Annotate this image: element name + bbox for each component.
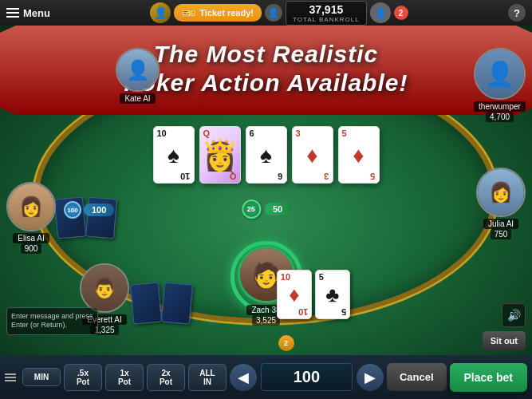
list-icon-button[interactable] [5,373,16,381]
therwumper-name-tag: therwumper [474,101,526,112]
bet-control: ◀ 100 ▶ [230,363,384,391]
one-pot-label: 1xPot [118,369,131,386]
therwumper-chips: 4,700 [486,112,514,122]
elisa-bet-display: 100 [84,203,114,216]
bottom-action-bar: MIN .5xPot 1xPot 2xPot ALLIN ◀ 100 ▶ Can… [0,355,532,399]
help-button[interactable]: ? [508,4,526,22]
avatar-julia: 👩 [476,168,526,217]
min-button[interactable]: MIN [22,368,61,386]
seat-top-left: 👤 Kate AI [116,48,160,104]
everett-card-back-1 [130,282,162,325]
avatar-kate: 👤 [116,48,160,92]
bet-increase-button[interactable]: ▶ [357,364,384,391]
bankroll-box: 37,915 TOTAL BANKROLL [286,1,367,26]
players-count-label: 25 / 50 [6,48,63,57]
seat-elisa: 👩 Elisa AI 900 [6,182,56,254]
chat-input-placeholder[interactable]: Enter message and press Enter (or Return… [11,312,93,330]
game-type-label: TEXAS HO... [6,28,63,39]
elisa-bet-area: 100 100 [64,201,114,219]
bankroll-amount: 37,915 [293,3,360,16]
zach-chips: 3,525 [252,315,280,326]
julia-name-tag: Julia AI [483,219,518,229]
main-player-cards: 10 ♦ 10 5 ♣ 5 [277,270,350,319]
main-card-2: 5 ♣ 5 [315,270,350,319]
bankroll-label: TOTAL BANKROLL [293,16,360,23]
all-in-label: ALLIN [199,369,215,386]
avatar-everett: 👨 [80,263,129,313]
dealer-button: 2 [278,335,294,351]
community-card-5: 5 ♦ 5 [338,126,380,184]
pot-chip: 25 [242,200,261,219]
bet-decrease-button[interactable]: ◀ [230,364,257,391]
community-card-2: 👸 Q Q [199,126,241,184]
one-pot-button[interactable]: 1xPot [105,364,144,391]
ticket-ready-badge[interactable]: 🎫 Ticket ready! [174,4,262,22]
kate-name-tag: Kate AI [120,93,155,104]
user-avatar[interactable]: 👤 [370,2,391,23]
place-bet-button[interactable]: Place bet [450,363,527,392]
avatar-therwumper: 👤 [474,48,526,100]
community-card-1: 10 ♠ 10 [153,126,195,184]
avatar-elisa: 👩 [6,182,56,231]
seat-julia: 👩 Julia AI 750 [476,168,526,239]
half-pot-label: .5xPot [77,369,89,386]
community-cards: 10 ♠ 10 👸 Q Q 6 ♠ 6 3 ♦ 3 5 ♦ 5 [153,126,380,184]
julia-chips: 750 [491,229,512,239]
notification-badge[interactable]: 2 [394,6,408,20]
game-info-panel: TEXAS HO... NO LIMIT 25 / 50 [6,28,63,57]
all-in-button[interactable]: ALLIN [188,364,227,391]
elisa-name-tag: Elisa AI [13,233,49,243]
pot-display: 25 50 [242,200,290,219]
elisa-chips: 900 [21,243,42,254]
everett-card-back-2 [161,282,193,325]
cancel-button[interactable]: Cancel [387,363,447,391]
community-card-3: 6 ♠ 6 [246,126,287,184]
game-limit-label: NO LIMIT [6,39,63,48]
game-table: Menu 👤 🎫 Ticket ready! 👤 37,915 TOTAL BA… [0,0,532,399]
sit-out-button[interactable]: Sit out [483,331,526,350]
menu-label: Menu [23,7,50,19]
avatar-icon: 👤 [265,4,282,22]
profile-icon[interactable]: 👤 [150,2,171,23]
pot-amount: 50 [265,203,290,215]
seat-top-right: 👤 therwumper 4,700 [474,48,526,122]
everett-hole-cards [132,283,191,323]
volume-button[interactable]: 🔊 [502,303,526,327]
two-pot-label: 2xPot [160,369,172,386]
main-card-1: 10 ♦ 10 [277,270,312,319]
half-pot-button[interactable]: .5xPot [64,364,102,391]
two-pot-button[interactable]: 2xPot [147,364,185,391]
top-bar: Menu 👤 🎫 Ticket ready! 👤 37,915 TOTAL BA… [0,0,532,26]
chat-box: Enter message and press Enter (or Return… [6,307,98,335]
menu-icon [6,8,19,18]
ticket-ready-label: Ticket ready! [199,8,254,18]
community-card-4: 3 ♦ 3 [292,126,333,184]
top-center-area: 👤 🎫 Ticket ready! 👤 37,915 TOTAL BANKROL… [150,1,408,26]
menu-button[interactable]: Menu [6,7,50,19]
elisa-chip-token: 100 [64,201,81,219]
bet-amount-display[interactable]: 100 [261,363,353,391]
